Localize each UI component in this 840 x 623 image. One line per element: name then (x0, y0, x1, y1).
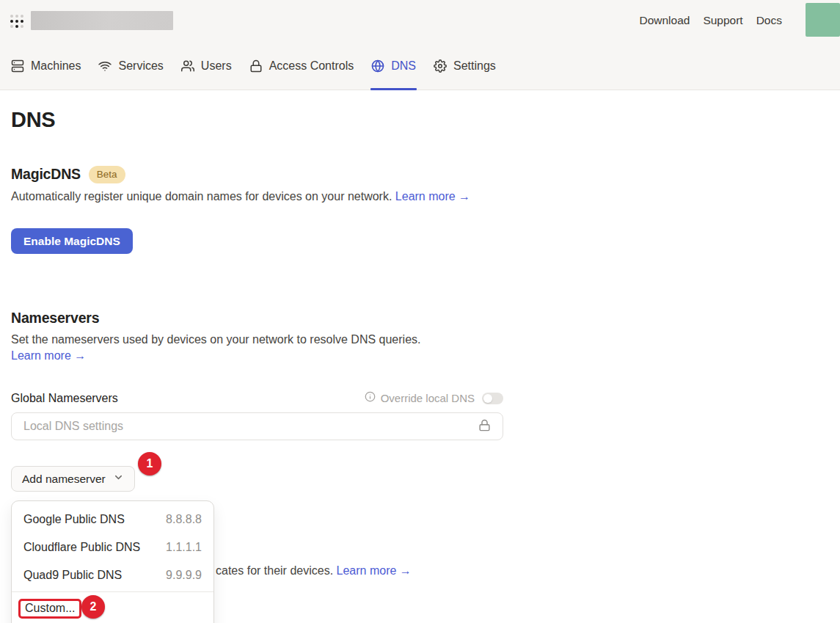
menu-item-value: 9.9.9.9 (166, 569, 202, 582)
tab-access-controls[interactable]: Access Controls (249, 41, 354, 90)
global-nameservers-input-box (11, 412, 503, 440)
local-dns-settings-input[interactable] (23, 420, 471, 433)
topbar: Download Support Docs (0, 0, 840, 41)
magicdns-learn-more-link[interactable]: Learn more → (395, 190, 470, 203)
wifi-icon (98, 59, 112, 73)
annotation-step-2-badge: 2 (81, 595, 105, 619)
https-certificates-partial-text: cates for their devices. Learn more → (216, 564, 412, 578)
nameservers-learn-more-link[interactable]: Learn more → (11, 349, 86, 362)
custom-option-highlight-box[interactable]: Custom... (18, 599, 81, 619)
menu-item-value: 8.8.8.8 (166, 513, 202, 526)
user-avatar[interactable] (806, 3, 840, 37)
menu-item-quad9-dns[interactable]: Quad9 Public DNS 9.9.9.9 (12, 561, 213, 589)
tab-label: Machines (31, 59, 81, 73)
beta-badge: Beta (89, 166, 125, 183)
tab-label: Services (118, 59, 163, 73)
add-nameserver-label: Add nameserver (22, 473, 106, 486)
gear-icon (434, 59, 447, 73)
tab-users[interactable]: Users (181, 41, 232, 90)
partial-text: cates for their devices. (216, 564, 333, 577)
override-local-dns-group: Override local DNS (365, 391, 503, 405)
users-icon (181, 59, 194, 73)
menu-item-cloudflare-dns[interactable]: Cloudflare Public DNS 1.1.1.1 (12, 533, 213, 561)
globe-icon (371, 59, 384, 73)
tab-services[interactable]: Services (98, 41, 163, 90)
nameservers-heading: Nameservers (11, 310, 99, 327)
menu-separator (12, 591, 213, 592)
support-link[interactable]: Support (703, 14, 742, 27)
add-nameserver-button[interactable]: Add nameserver (11, 466, 135, 492)
info-icon (365, 391, 376, 405)
enable-magicdns-button[interactable]: Enable MagicDNS (11, 228, 133, 254)
download-link[interactable]: Download (639, 14, 690, 27)
tab-machines[interactable]: Machines (11, 41, 81, 90)
menu-item-value: 1.1.1.1 (166, 541, 202, 554)
certificates-learn-more-link[interactable]: Learn more → (337, 564, 412, 577)
magicdns-section-header: MagicDNS Beta (11, 166, 125, 183)
override-local-dns-label: Override local DNS (381, 392, 475, 404)
tab-label: Access Controls (269, 59, 354, 73)
magicdns-description: Automatically register unique domain nam… (11, 190, 470, 203)
tab-dns[interactable]: DNS (371, 41, 416, 90)
header: Download Support Docs Machines Services (0, 0, 840, 90)
topbar-links: Download Support Docs (639, 4, 840, 37)
menu-item-label: Quad9 Public DNS (23, 569, 122, 582)
annotation-step-1-badge: 1 (138, 452, 161, 476)
menu-item-custom[interactable]: Custom... (12, 594, 213, 623)
global-nameservers-label: Global Nameservers (11, 392, 118, 405)
tab-label: Settings (453, 59, 496, 73)
page-title: DNS (11, 108, 55, 132)
lock-icon (249, 59, 263, 73)
menu-item-google-dns[interactable]: Google Public DNS 8.8.8.8 (12, 506, 213, 533)
tab-label: Users (201, 59, 232, 73)
tab-settings[interactable]: Settings (434, 41, 496, 90)
nameservers-description: Set the nameservers used by devices on y… (11, 333, 421, 346)
chevron-down-icon (113, 472, 124, 486)
dns-admin-page: Download Support Docs Machines Services (0, 0, 840, 623)
override-local-dns-toggle[interactable] (482, 393, 503, 404)
magicdns-heading: MagicDNS (11, 166, 81, 183)
docs-link[interactable]: Docs (756, 14, 782, 27)
server-icon (11, 59, 24, 73)
main-nav: Machines Services Users Access Controls (0, 41, 840, 90)
global-nameservers-row: Global Nameservers Override local DNS (11, 391, 503, 405)
org-name-redacted (31, 11, 173, 30)
locked-field-icon (478, 419, 491, 434)
app-logo-icon[interactable] (10, 15, 23, 28)
toggle-knob (483, 394, 492, 403)
magicdns-description-text: Automatically register unique domain nam… (11, 190, 392, 203)
menu-item-label: Google Public DNS (23, 513, 125, 526)
add-nameserver-dropdown-menu: Google Public DNS 8.8.8.8 Cloudflare Pub… (11, 500, 214, 623)
tab-label: DNS (391, 59, 416, 73)
menu-item-label: Cloudflare Public DNS (23, 541, 140, 554)
